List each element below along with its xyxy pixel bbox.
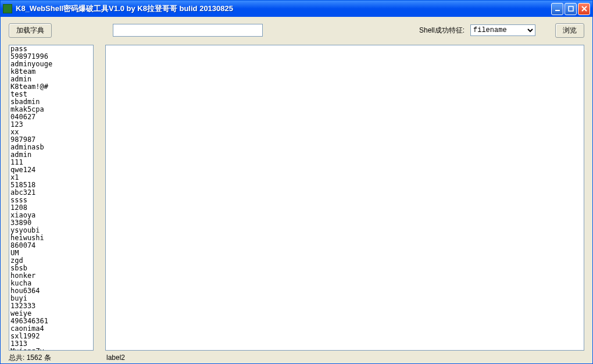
result-panel — [105, 45, 584, 351]
status-label2: label2 — [106, 354, 125, 362]
content-area: pass598971996adminyougek8teamadminK8team… — [1, 42, 592, 352]
list-item[interactable]: 860074 — [9, 242, 93, 249]
app-window: K8_WebShell密码爆破工具V1.0 by K8拉登哥哥 bulid 20… — [0, 0, 593, 364]
status-total: 总共: 1562 条 — [9, 353, 95, 363]
statusbar: 总共: 1562 条 label2 — [1, 352, 592, 363]
url-input[interactable] — [113, 24, 263, 37]
svg-rect-0 — [555, 10, 560, 11]
titlebar[interactable]: K8_WebShell密码爆破工具V1.0 by K8拉登哥哥 bulid 20… — [1, 1, 592, 17]
toolbar: 加载字典 Shell成功特征: filename 浏览 — [1, 17, 592, 42]
feature-label: Shell成功特征: — [419, 26, 465, 35]
load-dictionary-button[interactable]: 加载字典 — [9, 23, 52, 38]
list-item[interactable]: 123 — [9, 121, 93, 129]
close-button[interactable] — [578, 3, 590, 15]
app-icon — [3, 4, 12, 13]
list-item[interactable]: qwe124 — [9, 166, 93, 174]
minimize-button[interactable] — [551, 3, 563, 15]
dictionary-listbox[interactable]: pass598971996adminyougek8teamadminK8team… — [9, 45, 94, 351]
feature-select[interactable]: filename — [470, 24, 535, 36]
browse-button[interactable]: 浏览 — [555, 23, 584, 38]
window-title: K8_WebShell密码爆破工具V1.0 by K8拉登哥哥 bulid 20… — [16, 3, 551, 14]
svg-rect-1 — [569, 6, 573, 11]
maximize-button[interactable] — [565, 3, 577, 15]
list-item[interactable]: MxiangZy — [9, 348, 93, 350]
